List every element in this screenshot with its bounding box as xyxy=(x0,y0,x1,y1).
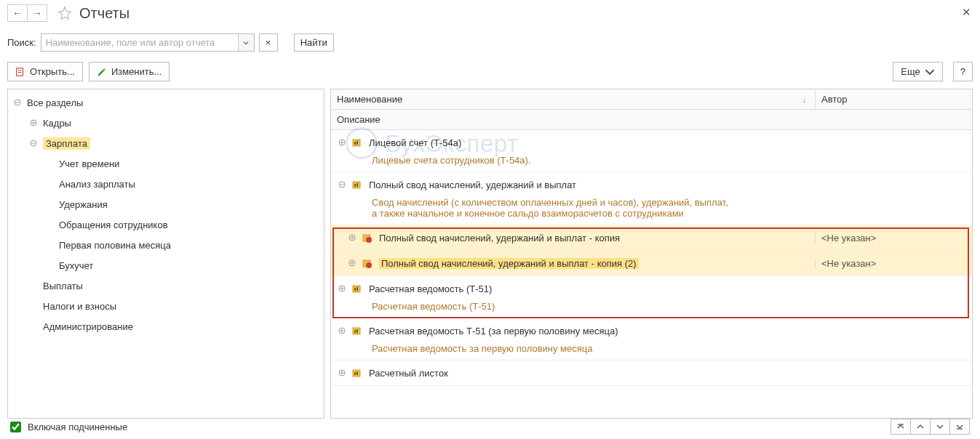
report-row[interactable]: Расчетная ведомость (Т-51)Расчетная ведо… xyxy=(331,276,972,318)
expander-icon[interactable] xyxy=(28,118,39,128)
tree-panel: Все разделыКадрыЗарплатаУчет времениАнал… xyxy=(7,89,324,419)
search-input[interactable] xyxy=(41,34,238,51)
expander-icon[interactable] xyxy=(337,180,347,190)
item-name: Расчетная ведомость (Т-51) xyxy=(369,283,492,294)
svg-rect-42 xyxy=(356,329,358,333)
report-row[interactable]: Лицевой счет (Т-54а)Лицевые счета сотруд… xyxy=(331,130,972,172)
col-header-desc[interactable]: Описание xyxy=(331,110,972,130)
expander-icon[interactable] xyxy=(337,368,347,378)
page-title: Отчеты xyxy=(79,5,130,22)
item-description: Лицевые счета сотрудников (Т-54а). xyxy=(331,152,972,169)
item-description: Расчетная ведомость (Т-51) xyxy=(331,298,972,315)
report-icon xyxy=(351,137,363,148)
report-icon xyxy=(351,326,363,336)
close-icon[interactable]: ✕ xyxy=(962,6,971,19)
item-name: Полный свод начислений, удержаний и выпл… xyxy=(379,233,620,243)
tree-item[interactable]: Кадры xyxy=(8,113,324,133)
sort-arrow-icon: ↓ xyxy=(802,95,807,104)
nav-forward-button[interactable]: → xyxy=(27,4,47,22)
svg-rect-20 xyxy=(356,183,358,187)
tree-item[interactable]: Обращения сотрудников xyxy=(8,214,324,235)
include-sub-label: Включая подчиненные xyxy=(28,422,127,432)
help-button[interactable]: ? xyxy=(953,62,973,81)
svg-rect-2 xyxy=(18,72,22,73)
expander-icon[interactable] xyxy=(337,283,347,294)
search-input-wrap xyxy=(41,33,255,52)
item-author: <Не указан> xyxy=(815,258,972,269)
svg-rect-35 xyxy=(354,288,356,291)
tree-item[interactable]: Первая половина месяца xyxy=(8,235,324,255)
item-author: <Не указан> xyxy=(815,233,972,243)
svg-rect-47 xyxy=(354,372,356,375)
tree-item[interactable]: Выплаты xyxy=(8,275,324,296)
expander-icon[interactable] xyxy=(337,137,347,148)
report-row[interactable]: Полный свод начислений, удержаний и выпл… xyxy=(331,172,972,225)
item-name: Расчетная ведомость Т-51 (за первую поло… xyxy=(369,326,618,337)
item-description: Свод начислений (с количеством оплаченны… xyxy=(331,194,972,222)
tree-item[interactable]: Бухучет xyxy=(8,255,324,275)
col-header-author[interactable]: Автор xyxy=(815,89,972,109)
svg-point-25 xyxy=(366,237,372,243)
svg-rect-48 xyxy=(356,371,358,375)
nav-back-button[interactable]: ← xyxy=(7,4,28,22)
svg-rect-41 xyxy=(354,330,356,333)
expander-icon[interactable] xyxy=(347,258,357,268)
item-name: Полный свод начислений, удержаний и выпл… xyxy=(379,258,639,269)
find-button[interactable]: Найти xyxy=(294,33,334,52)
svg-rect-1 xyxy=(18,70,22,71)
nav-bottom-button[interactable] xyxy=(949,419,970,435)
report-custom-icon xyxy=(362,233,373,243)
tree-item[interactable]: Налоги и взносы xyxy=(8,296,324,316)
svg-rect-19 xyxy=(354,184,356,187)
search-dropdown-button[interactable] xyxy=(238,34,254,51)
item-name: Расчетный листок xyxy=(369,368,448,379)
grid-header: Наименование ↓ Автор xyxy=(331,89,972,110)
tree-item[interactable]: Администрирование xyxy=(8,316,324,337)
favorite-star-icon[interactable] xyxy=(57,6,72,20)
expander-icon[interactable] xyxy=(337,326,347,336)
tree-root[interactable]: Все разделы xyxy=(8,92,324,113)
tree-item[interactable]: Зарплата xyxy=(8,133,324,153)
expander-icon[interactable] xyxy=(347,233,357,243)
report-row[interactable]: Полный свод начислений, удержаний и выпл… xyxy=(331,251,972,276)
search-clear-button[interactable]: × xyxy=(259,33,278,52)
open-button[interactable]: Открыть... xyxy=(7,62,83,81)
item-name: Полный свод начислений, удержаний и выпл… xyxy=(369,180,576,190)
report-icon xyxy=(351,283,363,294)
report-row[interactable]: Расчетный листок xyxy=(331,361,972,386)
svg-rect-14 xyxy=(354,142,356,145)
svg-rect-36 xyxy=(356,287,358,291)
search-label: Поиск: xyxy=(7,37,36,48)
col-header-name[interactable]: Наименование ↓ xyxy=(331,89,815,109)
tree-item[interactable]: Учет времени xyxy=(8,153,324,174)
nav-down-button[interactable] xyxy=(930,419,950,435)
item-description: Расчетная ведомость за первую половину м… xyxy=(331,340,972,357)
list-panel: Наименование ↓ Автор Описание Лицевой сч… xyxy=(330,89,973,419)
pencil-icon xyxy=(97,67,107,77)
report-row[interactable]: Расчетная ведомость Т-51 (за первую поло… xyxy=(331,318,972,361)
report-row[interactable]: Полный свод начислений, удержаний и выпл… xyxy=(331,225,972,251)
svg-rect-15 xyxy=(356,141,358,145)
include-sub-checkbox[interactable] xyxy=(10,422,21,432)
report-custom-icon xyxy=(362,258,373,268)
chevron-down-icon xyxy=(925,67,935,77)
nav-top-button[interactable] xyxy=(891,419,911,435)
edit-button[interactable]: Изменить... xyxy=(89,62,170,81)
report-icon xyxy=(351,180,363,190)
expander-icon[interactable] xyxy=(12,97,23,108)
tree-item[interactable]: Удержания xyxy=(8,194,324,214)
item-name: Лицевой счет (Т-54а) xyxy=(369,137,461,148)
more-button[interactable]: Еще xyxy=(893,62,942,81)
report-icon xyxy=(351,368,363,378)
expander-icon[interactable] xyxy=(28,138,39,148)
tree-item[interactable]: Анализ зарплаты xyxy=(8,174,324,194)
list-nav-buttons xyxy=(891,419,970,435)
svg-point-30 xyxy=(366,262,372,268)
nav-up-button[interactable] xyxy=(910,419,931,435)
document-icon xyxy=(15,67,25,77)
